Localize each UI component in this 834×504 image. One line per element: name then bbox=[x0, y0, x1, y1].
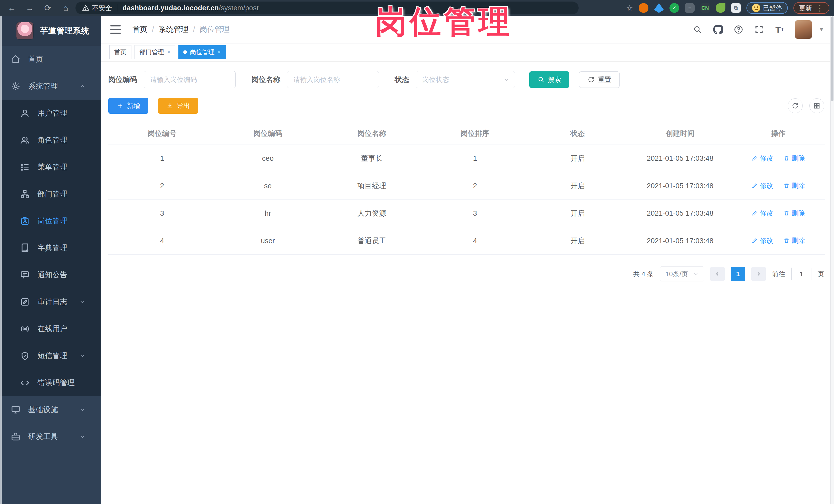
org-tree-icon bbox=[20, 189, 30, 199]
breadcrumb: 首页 / 系统管理 / 岗位管理 bbox=[132, 24, 229, 35]
delete-link[interactable]: 删除 bbox=[784, 154, 805, 163]
tag-posts-active[interactable]: 岗位管理 × bbox=[178, 45, 226, 59]
sidebar-submenu-system: 用户管理 角色管理 菜单管理 部门管理 bbox=[0, 100, 101, 396]
search-button[interactable]: 搜索 bbox=[529, 71, 569, 88]
status-value: 开启 bbox=[526, 145, 629, 172]
page-number-active[interactable]: 1 bbox=[731, 267, 745, 281]
edit-link[interactable]: 修改 bbox=[752, 181, 773, 190]
search-form: 岗位编码 岗位名称 状态 搜索 bbox=[108, 71, 825, 88]
extension-sliders-icon[interactable]: ≡ bbox=[685, 3, 695, 13]
refresh-table-button[interactable] bbox=[788, 98, 803, 113]
toolbox-icon bbox=[11, 432, 21, 442]
col-created-time: 创建时间 bbox=[629, 123, 731, 145]
post-name-input[interactable] bbox=[287, 71, 379, 88]
sidebar-item-audit-log[interactable]: 审计日志 bbox=[0, 288, 101, 315]
home-icon[interactable]: ⌂ bbox=[59, 2, 73, 14]
post-code-label: 岗位编码 bbox=[108, 75, 137, 85]
sidebar-item-system[interactable]: 系统管理 bbox=[0, 73, 101, 100]
user-avatar[interactable] bbox=[795, 20, 812, 39]
tag-home[interactable]: 首页 bbox=[109, 45, 131, 59]
sidebar-item-menus[interactable]: 菜单管理 bbox=[0, 154, 101, 180]
sidebar-item-announcements[interactable]: 通知公告 bbox=[0, 261, 101, 288]
caret-down-icon[interactable]: ▼ bbox=[818, 26, 824, 33]
col-post-name: 岗位名称 bbox=[320, 123, 424, 145]
browser-menu-icon[interactable]: ⋮ bbox=[816, 4, 824, 13]
delete-link[interactable]: 删除 bbox=[784, 236, 805, 245]
post-code-input[interactable] bbox=[144, 71, 236, 88]
sidebar-item-infrastructure[interactable]: 基础设施 bbox=[0, 396, 101, 423]
sidebar-scrollbar[interactable] bbox=[0, 16, 2, 504]
sidebar-item-dictionary[interactable]: 字典管理 bbox=[0, 235, 101, 261]
tags-view: 首页 部门管理 × 岗位管理 × bbox=[101, 43, 834, 61]
pencil-icon bbox=[752, 182, 758, 189]
next-page-button[interactable] bbox=[751, 267, 766, 281]
reload-icon[interactable]: ⟳ bbox=[41, 2, 55, 14]
address-bar[interactable]: 不安全 dashboard.yudao.iocoder.cn/system/po… bbox=[75, 2, 578, 14]
sidebar-item-posts[interactable]: 岗位管理 bbox=[0, 207, 101, 235]
prev-page-button[interactable] bbox=[710, 267, 725, 281]
page-scrollbar[interactable] bbox=[830, 16, 834, 504]
app-title: 芋道管理系统 bbox=[40, 25, 89, 36]
page-size-select[interactable]: 10条/页 bbox=[660, 266, 704, 281]
extension-cn-icon[interactable]: CN bbox=[700, 3, 710, 13]
help-icon[interactable] bbox=[733, 24, 744, 35]
extension-orange-icon[interactable] bbox=[639, 3, 649, 13]
extension-leaf-icon[interactable] bbox=[716, 3, 725, 13]
sidebar-item-users[interactable]: 用户管理 bbox=[0, 100, 101, 127]
back-icon[interactable]: ← bbox=[5, 2, 19, 14]
status-label: 状态 bbox=[395, 75, 409, 85]
delete-link[interactable]: 删除 bbox=[784, 209, 805, 218]
app-logo-row[interactable]: 芋道管理系统 bbox=[0, 16, 101, 46]
edit-link[interactable]: 修改 bbox=[752, 154, 773, 163]
sidebar-item-online-users[interactable]: 在线用户 bbox=[0, 315, 101, 342]
forward-icon[interactable]: → bbox=[23, 2, 37, 14]
fullscreen-icon[interactable] bbox=[754, 24, 764, 35]
font-size-icon[interactable]: TT bbox=[774, 24, 785, 35]
col-post-code: 岗位编码 bbox=[216, 123, 320, 145]
sidebar-item-dev-tools[interactable]: 研发工具 bbox=[0, 423, 101, 450]
pencil-icon bbox=[752, 238, 758, 244]
chevron-down-icon bbox=[79, 433, 86, 440]
add-button[interactable]: 新增 bbox=[108, 98, 148, 114]
close-icon[interactable]: × bbox=[167, 49, 171, 56]
status-select[interactable] bbox=[416, 71, 515, 88]
extensions-puzzle-icon[interactable]: ⧉ bbox=[731, 3, 741, 13]
table-row: 4 user 普通员工 4 开启 2021-01-05 17:03:48 修改 … bbox=[108, 227, 825, 255]
tag-departments[interactable]: 部门管理 × bbox=[134, 45, 175, 59]
sidebar-item-home[interactable]: 首页 bbox=[0, 46, 101, 73]
extension-drop-icon[interactable] bbox=[654, 3, 664, 13]
export-button[interactable]: 导出 bbox=[158, 98, 198, 114]
close-icon[interactable]: × bbox=[218, 49, 221, 56]
reset-button[interactable]: 重置 bbox=[579, 71, 620, 88]
hamburger-icon[interactable] bbox=[110, 25, 120, 34]
sidebar-item-departments[interactable]: 部门管理 bbox=[0, 180, 101, 207]
warning-icon bbox=[82, 4, 89, 12]
id-badge-icon bbox=[20, 216, 30, 226]
sidebar-item-roles[interactable]: 角色管理 bbox=[0, 127, 101, 154]
total-count: 共 4 条 bbox=[633, 269, 654, 279]
profile-paused-button[interactable]: 已暂停 bbox=[746, 2, 788, 14]
shield-icon bbox=[20, 351, 30, 361]
breadcrumb-home[interactable]: 首页 bbox=[132, 24, 147, 35]
chevron-down-icon bbox=[79, 352, 86, 359]
trash-icon bbox=[784, 182, 790, 189]
extension-check-icon[interactable]: ✓ bbox=[670, 3, 679, 13]
search-icon[interactable] bbox=[692, 24, 703, 35]
github-icon[interactable] bbox=[713, 24, 723, 35]
breadcrumb-system[interactable]: 系统管理 bbox=[159, 24, 189, 35]
edit-link[interactable]: 修改 bbox=[752, 209, 773, 218]
goto-page-input[interactable] bbox=[791, 267, 811, 281]
security-label: 不安全 bbox=[92, 4, 112, 13]
col-post-sort: 岗位排序 bbox=[424, 123, 526, 145]
status-select-input[interactable] bbox=[416, 71, 515, 88]
delete-link[interactable]: 删除 bbox=[784, 181, 805, 190]
bookmark-star-icon[interactable]: ☆ bbox=[626, 4, 633, 13]
sidebar-item-error-codes[interactable]: 错误码管理 bbox=[0, 369, 101, 396]
sidebar-item-sms[interactable]: 短信管理 bbox=[0, 342, 101, 369]
chevron-right-icon bbox=[756, 271, 761, 277]
plus-icon bbox=[116, 102, 124, 109]
scrollbar-thumb[interactable] bbox=[831, 17, 833, 101]
edit-link[interactable]: 修改 bbox=[752, 236, 773, 245]
chrome-update-button[interactable]: 更新 ⋮ bbox=[793, 2, 829, 14]
column-settings-button[interactable] bbox=[809, 98, 824, 113]
